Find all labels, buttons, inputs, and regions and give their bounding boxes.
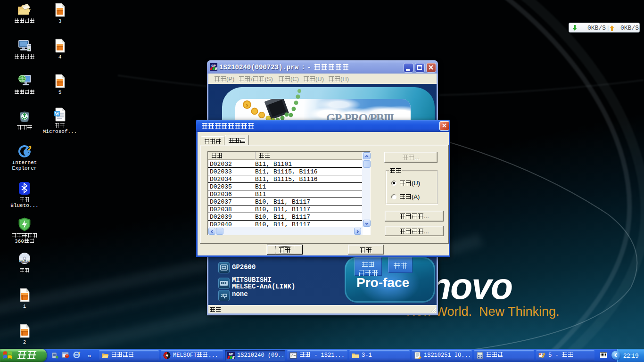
svg-text:W: W [55, 111, 59, 116]
svg-text:GP: GP [229, 352, 233, 356]
svg-text:2: 2 [221, 294, 223, 298]
svg-text:GP: GP [211, 64, 216, 68]
svg-text:DVD-RW: DVD-RW [19, 260, 30, 263]
